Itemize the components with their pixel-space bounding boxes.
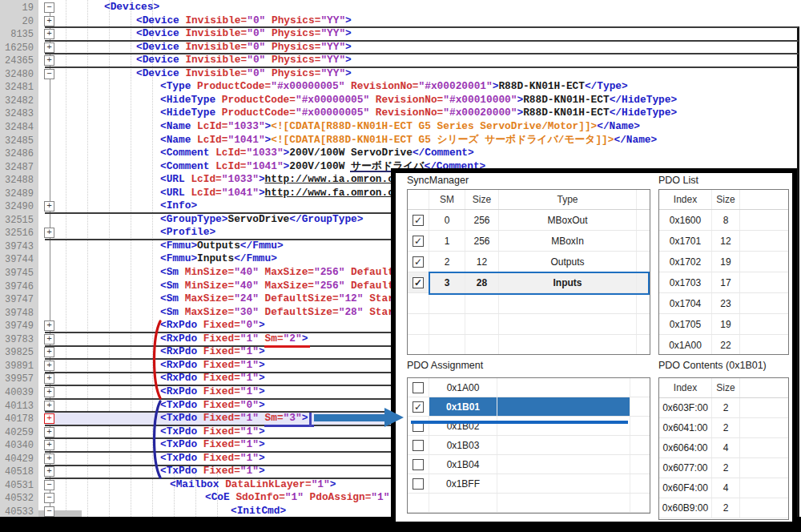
sm3-blue-underline-annotation xyxy=(264,425,314,427)
table-row[interactable]: 0x1B04 xyxy=(408,455,650,474)
table-row[interactable]: 0x16008 xyxy=(659,210,788,231)
fold-expand-button[interactable]: + xyxy=(44,320,54,331)
table-row[interactable]: 0x170423 xyxy=(659,293,788,314)
fold-collapse-button[interactable]: − xyxy=(44,480,54,490)
line-number: 32489 xyxy=(0,187,34,200)
code-token: <CoE xyxy=(205,491,235,503)
code-token: > xyxy=(345,41,352,53)
checkbox[interactable] xyxy=(413,459,424,470)
pdo-assignment-table[interactable]: 0x1A00✓0x1B010x1B020x1B030x1B040x1BFF xyxy=(407,377,650,514)
checkbox-cell xyxy=(408,436,429,454)
checkbox[interactable]: ✓ xyxy=(413,236,424,247)
table-row[interactable]: 0x1A00 xyxy=(408,378,650,397)
checkbox[interactable] xyxy=(413,478,424,490)
table-row[interactable]: 0x1A0022 xyxy=(659,335,788,355)
line-number: 16250 xyxy=(0,42,34,54)
table-row[interactable]: 0x6041:002 xyxy=(659,418,788,438)
table-row[interactable] xyxy=(408,293,650,314)
syncmanager-table[interactable]: SMSizeType✓0256MBoxOut✓1256MBoxIn✓212Out… xyxy=(407,189,650,355)
fold-collapse-button[interactable]: − xyxy=(44,69,54,79)
code-token: "YY" xyxy=(320,67,345,79)
table-row[interactable]: 0x1B03 xyxy=(408,436,650,455)
code-token: <Devices> xyxy=(104,1,159,13)
table-row[interactable]: IndexSize xyxy=(659,378,788,398)
txpdo-group-brace xyxy=(151,400,162,479)
table-cell: 0x1B03 xyxy=(429,436,497,454)
code-token: > xyxy=(330,478,336,490)
fold-expand-button[interactable]: + xyxy=(44,334,54,345)
code-token: <Device xyxy=(136,41,185,53)
table-row[interactable]: 0x170112 xyxy=(659,231,788,252)
checkbox[interactable] xyxy=(413,440,424,451)
table-row[interactable]: 0x60B9:002 xyxy=(659,498,788,518)
pdo-list-table[interactable]: IndexSize0x160080x1701120x1702190x170317… xyxy=(658,189,789,355)
table-row[interactable]: ✓1256MBoxIn xyxy=(408,231,650,252)
line-number: 39825 xyxy=(0,346,34,359)
checkbox-cell xyxy=(408,335,429,355)
code-line: <TxPdo Fixed="0"> xyxy=(160,399,265,412)
code-token: </GroupType> xyxy=(289,213,363,225)
table-row[interactable]: ✓0256MBoxOut xyxy=(408,210,650,231)
table-row[interactable] xyxy=(408,314,650,335)
table-row[interactable]: ✓212Outputs xyxy=(408,252,650,272)
table-row[interactable]: 0x170317 xyxy=(659,272,788,293)
checkbox[interactable]: ✓ xyxy=(413,401,424,413)
fold-expand-button[interactable]: + xyxy=(44,42,54,53)
fold-expand-button[interactable]: + xyxy=(44,55,54,66)
checkbox[interactable]: ✓ xyxy=(413,256,424,268)
code-token: LcId= xyxy=(191,173,221,185)
table-row[interactable]: SMSizeType xyxy=(408,190,650,210)
fold-expand-button[interactable]: + xyxy=(44,29,54,39)
code-token: ServoDrive xyxy=(227,213,289,225)
fold-expand-button[interactable]: + xyxy=(44,440,54,450)
code-line: <Devices> xyxy=(104,1,159,14)
table-row[interactable]: 0x6077:002 xyxy=(659,458,788,478)
checkbox[interactable]: ✓ xyxy=(413,215,424,226)
table-row[interactable]: 0x170519 xyxy=(659,314,788,335)
fold-expand-button[interactable]: + xyxy=(44,413,54,424)
code-line: <TxPdo Fixed="1"> xyxy=(160,452,265,465)
table-row[interactable]: 0x60F4:004 xyxy=(659,478,788,498)
code-token: "12" xyxy=(339,292,369,304)
table-row[interactable]: 0x1BFF xyxy=(408,474,650,494)
table-row[interactable]: 0x170219 xyxy=(659,252,788,272)
fold-expand-button[interactable]: + xyxy=(44,228,54,238)
code-token: Fixed= xyxy=(203,438,240,450)
fold-collapse-button[interactable]: − xyxy=(44,506,54,517)
table-cell: 0x1600 xyxy=(659,210,712,230)
table-row[interactable]: ✓0x1B01 xyxy=(408,397,650,417)
table-row[interactable]: 0x1B02 xyxy=(408,417,650,436)
table-row[interactable] xyxy=(408,335,650,355)
table-row[interactable]: IndexSize xyxy=(659,190,788,210)
table-cell: Size xyxy=(712,190,740,209)
fold-collapse-button[interactable]: − xyxy=(44,493,54,503)
fold-expand-button[interactable]: + xyxy=(44,401,54,411)
pdo-contents-table[interactable]: IndexSize0x603F:0020x6041:0020x6064:0040… xyxy=(658,377,789,520)
code-line: <RxPdo Fixed="1"> xyxy=(160,345,265,358)
table-cell: 0x1704 xyxy=(659,293,712,313)
fold-expand-button[interactable]: + xyxy=(44,466,54,477)
fold-expand-button[interactable]: + xyxy=(44,16,54,26)
fold-expand-button[interactable]: + xyxy=(44,361,54,371)
checkbox[interactable]: ✓ xyxy=(413,277,424,288)
table-cell xyxy=(499,335,637,355)
table-row[interactable]: 0x603F:002 xyxy=(659,398,788,418)
table-cell: 0x1B01 xyxy=(429,397,497,416)
fold-collapse-button[interactable]: − xyxy=(44,2,54,13)
checkbox-cell xyxy=(408,378,429,397)
line-number: 8135 xyxy=(0,28,34,41)
fold-expand-button[interactable]: + xyxy=(44,387,54,397)
fold-expand-button[interactable]: + xyxy=(44,201,54,212)
fold-expand-button[interactable]: + xyxy=(44,453,54,464)
code-token: MinSize= xyxy=(185,280,234,292)
fold-expand-button[interactable]: + xyxy=(44,347,54,357)
table-row[interactable] xyxy=(408,494,650,513)
checkbox-cell xyxy=(408,455,429,474)
code-token: Fixed= xyxy=(203,399,240,411)
code-token: <RxPdo xyxy=(160,319,203,331)
table-row[interactable]: 0x6064:004 xyxy=(659,438,788,458)
fold-expand-button[interactable]: + xyxy=(44,373,54,384)
fold-expand-button[interactable]: + xyxy=(44,427,54,437)
code-token: Fixed= xyxy=(203,372,240,384)
checkbox[interactable] xyxy=(413,382,424,393)
